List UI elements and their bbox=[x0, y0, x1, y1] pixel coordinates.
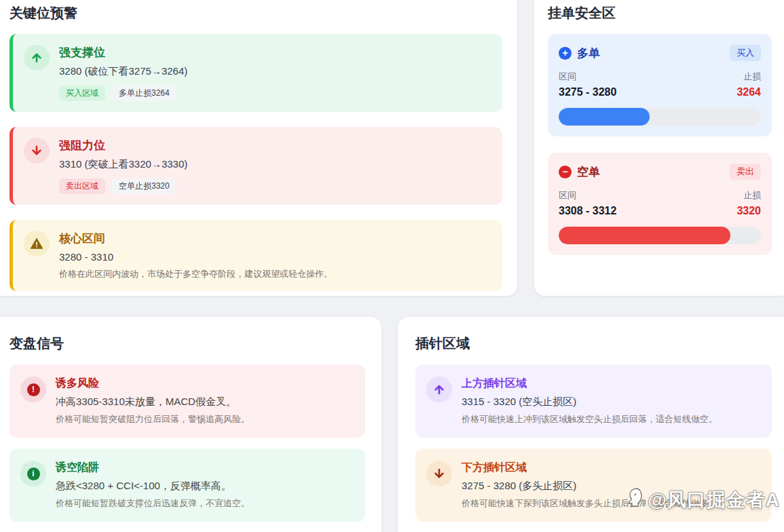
alert-title: 强阻力位 bbox=[59, 138, 187, 153]
long-stop-badge: 多单止损3264 bbox=[112, 86, 176, 101]
order-title: 空单 bbox=[577, 164, 600, 180]
order-name: + 多单 bbox=[559, 45, 600, 61]
card-key-levels: 关键位预警 强支撑位 3280 (破位下看3275→3264) 买入区域 多单止… bbox=[0, 0, 517, 296]
signal-condition: 冲高3305-3310未放量，MACD假金叉。 bbox=[56, 396, 250, 408]
pin-range: 3275 - 3280 (多头止损区) bbox=[462, 480, 717, 493]
card-key-levels-title: 关键位预警 bbox=[10, 5, 502, 21]
order-name: − 空单 bbox=[559, 164, 600, 180]
buy-zone-badge: 买入区域 bbox=[59, 86, 105, 101]
warning-triangle-icon bbox=[24, 231, 50, 256]
alert-strong-resistance: 强阻力位 3310 (突破上看3320→3330) 卖出区域 空单止损3320 bbox=[10, 127, 502, 205]
order-labels: 区间 止损 bbox=[559, 71, 761, 83]
card-pin-zones-title: 插针区域 bbox=[415, 336, 772, 352]
alert-title: 强支撑位 bbox=[59, 45, 187, 60]
signal-body: 诱多风险 冲高3305-3310未放量，MACD假金叉。 价格可能短暂突破阻力位… bbox=[56, 377, 250, 425]
range-value: 3275 - 3280 bbox=[559, 86, 616, 98]
progress-fill bbox=[559, 108, 650, 126]
trading-dashboard: 关键位预警 强支撑位 3280 (破位下看3275→3264) 买入区域 多单止… bbox=[0, 0, 784, 532]
arrow-down-icon bbox=[426, 461, 452, 487]
card-signals-title: 变盘信号 bbox=[10, 336, 365, 352]
buy-side-badge: 买入 bbox=[730, 45, 761, 61]
range-label: 区间 bbox=[559, 71, 576, 83]
alert-badges: 卖出区域 空单止损3320 bbox=[59, 178, 187, 194]
alert-body: 强阻力位 3310 (突破上看3320→3330) 卖出区域 空单止损3320 bbox=[59, 138, 187, 194]
pin-body: 下方插针区域 3275 - 3280 (多头止损区) 价格可能快速下探到该区域触… bbox=[462, 461, 717, 510]
pin-desc: 价格可能快速上冲到该区域触发空头止损后回落，适合短线做空。 bbox=[462, 413, 717, 425]
arrow-up-icon bbox=[24, 45, 50, 71]
pin-title: 上方插针区域 bbox=[462, 377, 717, 391]
bull-trap-risk-box: ! 诱多风险 冲高3305-3310未放量，MACD假金叉。 价格可能短暂突破阻… bbox=[10, 364, 365, 438]
progress-fill bbox=[559, 227, 730, 244]
alert-title: 核心区间 bbox=[59, 231, 333, 246]
info-circle-icon: i bbox=[20, 461, 46, 487]
short-stop-badge: 空单止损3320 bbox=[112, 178, 176, 194]
progress-track bbox=[559, 108, 761, 126]
stop-label: 止损 bbox=[743, 71, 761, 83]
order-header: − 空单 卖出 bbox=[559, 164, 761, 180]
alert-core-range: 核心区间 3280 - 3310 价格在此区间内波动，市场处于多空争夺阶段，建议… bbox=[10, 220, 502, 291]
arrow-up-icon bbox=[426, 377, 452, 402]
card-pin-zones: 插针区域 上方插针区域 3315 - 3320 (空头止损区) 价格可能快速上冲… bbox=[398, 317, 784, 532]
signal-desc: 价格可能短暂跌破支撑位后迅速反弹，不宜追空。 bbox=[56, 497, 250, 510]
lower-pin-zone-box: 下方插针区域 3275 - 3280 (多头止损区) 价格可能快速下探到该区域触… bbox=[415, 449, 772, 522]
order-values: 3308 - 3312 3320 bbox=[559, 205, 761, 217]
pin-desc: 价格可能快速下探到该区域触发多头止损后反弹，适合短线做多。 bbox=[462, 497, 717, 510]
minus-circle-icon: − bbox=[559, 166, 572, 178]
exclamation-circle-icon: ! bbox=[20, 377, 46, 402]
order-title: 多单 bbox=[577, 45, 600, 61]
sell-zone-badge: 卖出区域 bbox=[59, 178, 105, 194]
pin-body: 上方插针区域 3315 - 3320 (空头止损区) 价格可能快速上冲到该区域触… bbox=[462, 377, 717, 425]
alert-value: 3310 (突破上看3320→3330) bbox=[59, 158, 187, 171]
signal-desc: 价格可能短暂突破阻力位后回落，警惕追高风险。 bbox=[56, 413, 250, 425]
signal-condition: 急跌<3280 + CCI<-100，反弹概率高。 bbox=[56, 480, 250, 493]
range-value: 3308 - 3312 bbox=[559, 205, 616, 217]
range-label: 区间 bbox=[559, 189, 576, 202]
stop-value: 3320 bbox=[736, 205, 761, 217]
short-order-box: − 空单 卖出 区间 止损 3308 - 3312 3320 bbox=[548, 153, 772, 255]
bear-trap-box: i 诱空陷阱 急跌<3280 + CCI<-100，反弹概率高。 价格可能短暂跌… bbox=[10, 449, 365, 522]
signal-title: 诱空陷阱 bbox=[56, 461, 250, 475]
long-order-box: + 多单 买入 区间 止损 3275 - 3280 3264 bbox=[548, 34, 772, 136]
card-order-safety-title: 挂单安全区 bbox=[548, 5, 772, 21]
alert-value: 3280 (破位下看3275→3264) bbox=[59, 65, 187, 78]
sell-side-badge: 卖出 bbox=[730, 164, 761, 180]
alert-body: 强支撑位 3280 (破位下看3275→3264) 买入区域 多单止损3264 bbox=[59, 45, 187, 101]
alert-value: 3280 - 3310 bbox=[59, 251, 333, 263]
alert-strong-support: 强支撑位 3280 (破位下看3275→3264) 买入区域 多单止损3264 bbox=[10, 34, 502, 112]
order-header: + 多单 买入 bbox=[559, 45, 761, 61]
alert-desc: 价格在此区间内波动，市场处于多空争夺阶段，建议观望或轻仓操作。 bbox=[59, 268, 333, 280]
stop-value: 3264 bbox=[736, 86, 761, 98]
alert-body: 核心区间 3280 - 3310 价格在此区间内波动，市场处于多空争夺阶段，建议… bbox=[59, 231, 333, 280]
pin-range: 3315 - 3320 (空头止损区) bbox=[462, 396, 717, 408]
plus-circle-icon: + bbox=[559, 47, 572, 60]
signal-title: 诱多风险 bbox=[56, 377, 250, 391]
upper-pin-zone-box: 上方插针区域 3315 - 3320 (空头止损区) 价格可能快速上冲到该区域触… bbox=[415, 364, 772, 438]
pin-title: 下方插针区域 bbox=[462, 461, 717, 475]
order-values: 3275 - 3280 3264 bbox=[559, 86, 761, 98]
alert-badges: 买入区域 多单止损3264 bbox=[59, 86, 187, 101]
card-order-safety: 挂单安全区 + 多单 买入 区间 止损 3275 - 3280 3264 bbox=[534, 0, 784, 296]
progress-track bbox=[559, 227, 761, 244]
order-labels: 区间 止损 bbox=[559, 189, 761, 202]
arrow-down-icon bbox=[24, 138, 50, 164]
stop-label: 止损 bbox=[743, 189, 761, 202]
card-signals: 变盘信号 ! 诱多风险 冲高3305-3310未放量，MACD假金叉。 价格可能… bbox=[0, 317, 381, 532]
signal-body: 诱空陷阱 急跌<3280 + CCI<-100，反弹概率高。 价格可能短暂跌破支… bbox=[56, 461, 250, 510]
